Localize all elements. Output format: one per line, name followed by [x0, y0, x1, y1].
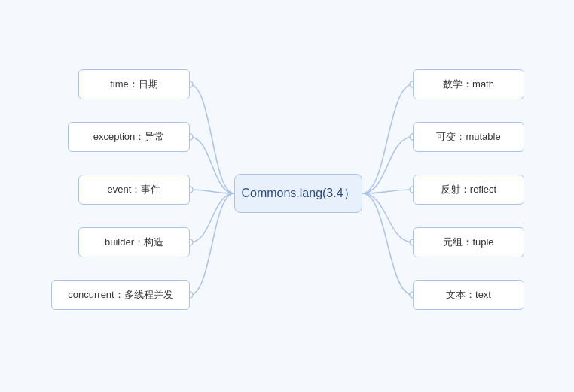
node-reflect: 反射：reflect [413, 175, 524, 205]
node-concurrent: concurrent：多线程并发 [51, 280, 190, 310]
center-label: Commons.lang(3.4） [241, 186, 355, 202]
center-node: Commons.lang(3.4） [234, 174, 362, 213]
node-text: 文本：text [413, 280, 524, 310]
node-exception: exception：异常 [68, 122, 190, 152]
node-event: event：事件 [78, 175, 190, 205]
node-mutable: 可变：mutable [413, 122, 524, 152]
node-builder: builder：构造 [78, 227, 190, 257]
mindmap-container: Commons.lang(3.4） time：日期 exception：异常 e… [0, 0, 574, 392]
node-tuple: 元组：tuple [413, 227, 524, 257]
node-math: 数学：math [413, 69, 524, 99]
node-time: time：日期 [78, 69, 190, 99]
